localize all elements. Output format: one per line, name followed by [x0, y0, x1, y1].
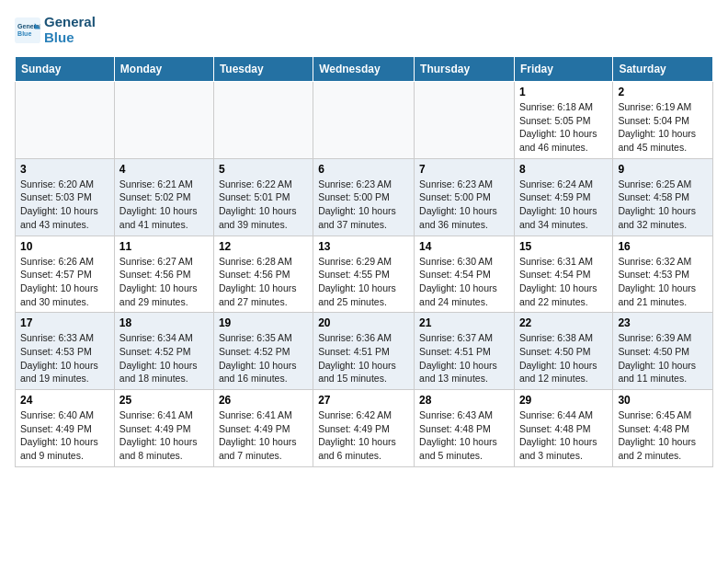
- day-number: 11: [119, 240, 209, 253]
- day-number: 9: [618, 163, 708, 176]
- calendar-table: SundayMondayTuesdayWednesdayThursdayFrid…: [15, 56, 713, 467]
- weekday-header-sunday: Sunday: [16, 57, 115, 82]
- logo-text: General Blue: [44, 15, 96, 45]
- calendar-cell: [313, 82, 415, 159]
- weekday-header-friday: Friday: [514, 57, 612, 82]
- calendar-cell: [16, 82, 115, 159]
- day-number: 29: [519, 394, 608, 407]
- day-number: 17: [20, 316, 109, 329]
- weekday-header-wednesday: Wednesday: [313, 57, 415, 82]
- day-number: 18: [119, 316, 209, 329]
- day-info: Sunrise: 6:45 AM Sunset: 4:48 PM Dayligh…: [618, 408, 708, 463]
- day-number: 15: [519, 240, 608, 253]
- calendar-cell: 9Sunrise: 6:25 AM Sunset: 4:58 PM Daylig…: [613, 158, 713, 236]
- day-number: 12: [219, 240, 308, 253]
- calendar-cell: 18Sunrise: 6:34 AM Sunset: 4:52 PM Dayli…: [114, 313, 213, 390]
- calendar-cell: 25Sunrise: 6:41 AM Sunset: 4:49 PM Dayli…: [114, 390, 213, 467]
- day-info: Sunrise: 6:37 AM Sunset: 4:51 PM Dayligh…: [419, 331, 509, 385]
- calendar-cell: 3Sunrise: 6:20 AM Sunset: 5:03 PM Daylig…: [16, 158, 115, 236]
- day-info: Sunrise: 6:42 AM Sunset: 4:49 PM Dayligh…: [318, 408, 409, 463]
- calendar-cell: 17Sunrise: 6:33 AM Sunset: 4:53 PM Dayli…: [16, 313, 115, 390]
- day-info: Sunrise: 6:25 AM Sunset: 4:58 PM Dayligh…: [618, 178, 708, 232]
- calendar-cell: 8Sunrise: 6:24 AM Sunset: 4:59 PM Daylig…: [514, 158, 612, 236]
- day-info: Sunrise: 6:32 AM Sunset: 4:53 PM Dayligh…: [618, 255, 708, 309]
- day-number: 20: [318, 316, 409, 329]
- day-number: 13: [318, 240, 409, 253]
- day-number: 30: [618, 394, 708, 407]
- calendar-cell: 23Sunrise: 6:39 AM Sunset: 4:50 PM Dayli…: [613, 313, 713, 390]
- day-number: 26: [219, 394, 308, 407]
- weekday-header-thursday: Thursday: [415, 57, 515, 82]
- calendar-cell: 12Sunrise: 6:28 AM Sunset: 4:56 PM Dayli…: [213, 236, 313, 313]
- day-number: 7: [419, 163, 509, 176]
- day-number: 14: [419, 240, 509, 253]
- calendar-cell: [213, 82, 313, 159]
- calendar-cell: 22Sunrise: 6:38 AM Sunset: 4:50 PM Dayli…: [514, 313, 612, 390]
- day-number: 24: [20, 394, 109, 407]
- calendar-cell: 21Sunrise: 6:37 AM Sunset: 4:51 PM Dayli…: [415, 313, 515, 390]
- day-info: Sunrise: 6:18 AM Sunset: 5:05 PM Dayligh…: [519, 100, 608, 155]
- day-number: 19: [219, 316, 308, 329]
- day-info: Sunrise: 6:43 AM Sunset: 4:48 PM Dayligh…: [419, 408, 509, 463]
- calendar-cell: 6Sunrise: 6:23 AM Sunset: 5:00 PM Daylig…: [313, 158, 415, 236]
- calendar-cell: 27Sunrise: 6:42 AM Sunset: 4:49 PM Dayli…: [313, 390, 415, 467]
- calendar-cell: 11Sunrise: 6:27 AM Sunset: 4:56 PM Dayli…: [114, 236, 213, 313]
- svg-text:Blue: Blue: [17, 30, 31, 37]
- calendar-cell: 13Sunrise: 6:29 AM Sunset: 4:55 PM Dayli…: [313, 236, 415, 313]
- calendar-cell: 19Sunrise: 6:35 AM Sunset: 4:52 PM Dayli…: [213, 313, 313, 390]
- day-number: 10: [20, 240, 109, 253]
- day-number: 25: [119, 394, 209, 407]
- day-number: 28: [419, 394, 509, 407]
- day-info: Sunrise: 6:31 AM Sunset: 4:54 PM Dayligh…: [519, 255, 608, 309]
- day-info: Sunrise: 6:24 AM Sunset: 4:59 PM Dayligh…: [519, 178, 608, 232]
- calendar-cell: 10Sunrise: 6:26 AM Sunset: 4:57 PM Dayli…: [16, 236, 115, 313]
- day-info: Sunrise: 6:26 AM Sunset: 4:57 PM Dayligh…: [20, 255, 109, 309]
- calendar-cell: 15Sunrise: 6:31 AM Sunset: 4:54 PM Dayli…: [514, 236, 612, 313]
- calendar-cell: 20Sunrise: 6:36 AM Sunset: 4:51 PM Dayli…: [313, 313, 415, 390]
- day-info: Sunrise: 6:23 AM Sunset: 5:00 PM Dayligh…: [318, 178, 409, 232]
- day-number: 8: [519, 163, 608, 176]
- day-info: Sunrise: 6:36 AM Sunset: 4:51 PM Dayligh…: [318, 331, 409, 385]
- day-info: Sunrise: 6:44 AM Sunset: 4:48 PM Dayligh…: [519, 408, 608, 463]
- day-info: Sunrise: 6:39 AM Sunset: 4:50 PM Dayligh…: [618, 331, 708, 385]
- weekday-header-saturday: Saturday: [613, 57, 713, 82]
- day-number: 4: [119, 163, 209, 176]
- day-number: 2: [618, 86, 708, 98]
- day-info: Sunrise: 6:33 AM Sunset: 4:53 PM Dayligh…: [20, 331, 109, 385]
- calendar-cell: 4Sunrise: 6:21 AM Sunset: 5:02 PM Daylig…: [114, 158, 213, 236]
- calendar-cell: 2Sunrise: 6:19 AM Sunset: 5:04 PM Daylig…: [613, 82, 713, 159]
- day-info: Sunrise: 6:23 AM Sunset: 5:00 PM Dayligh…: [419, 178, 509, 232]
- day-info: Sunrise: 6:19 AM Sunset: 5:04 PM Dayligh…: [618, 100, 708, 155]
- day-number: 21: [419, 316, 509, 329]
- day-info: Sunrise: 6:20 AM Sunset: 5:03 PM Dayligh…: [20, 178, 109, 232]
- day-number: 23: [618, 316, 708, 329]
- day-info: Sunrise: 6:41 AM Sunset: 4:49 PM Dayligh…: [219, 408, 308, 463]
- day-info: Sunrise: 6:28 AM Sunset: 4:56 PM Dayligh…: [219, 255, 308, 309]
- logo: General Blue General Blue: [15, 15, 96, 45]
- weekday-header-tuesday: Tuesday: [213, 57, 313, 82]
- calendar-cell: 29Sunrise: 6:44 AM Sunset: 4:48 PM Dayli…: [514, 390, 612, 467]
- calendar-cell: 7Sunrise: 6:23 AM Sunset: 5:00 PM Daylig…: [415, 158, 515, 236]
- day-number: 3: [20, 163, 109, 176]
- day-info: Sunrise: 6:35 AM Sunset: 4:52 PM Dayligh…: [219, 331, 308, 385]
- calendar-cell: [415, 82, 515, 159]
- day-info: Sunrise: 6:27 AM Sunset: 4:56 PM Dayligh…: [119, 255, 209, 309]
- calendar-cell: 5Sunrise: 6:22 AM Sunset: 5:01 PM Daylig…: [213, 158, 313, 236]
- day-info: Sunrise: 6:29 AM Sunset: 4:55 PM Dayligh…: [318, 255, 409, 309]
- day-info: Sunrise: 6:30 AM Sunset: 4:54 PM Dayligh…: [419, 255, 509, 309]
- calendar-cell: 14Sunrise: 6:30 AM Sunset: 4:54 PM Dayli…: [415, 236, 515, 313]
- calendar-cell: 28Sunrise: 6:43 AM Sunset: 4:48 PM Dayli…: [415, 390, 515, 467]
- day-number: 1: [519, 86, 608, 98]
- calendar-cell: 26Sunrise: 6:41 AM Sunset: 4:49 PM Dayli…: [213, 390, 313, 467]
- logo-icon: General Blue: [15, 17, 40, 43]
- day-number: 16: [618, 240, 708, 253]
- day-number: 27: [318, 394, 409, 407]
- weekday-header-monday: Monday: [114, 57, 213, 82]
- calendar-cell: 16Sunrise: 6:32 AM Sunset: 4:53 PM Dayli…: [613, 236, 713, 313]
- day-info: Sunrise: 6:41 AM Sunset: 4:49 PM Dayligh…: [119, 408, 209, 463]
- day-info: Sunrise: 6:38 AM Sunset: 4:50 PM Dayligh…: [519, 331, 608, 385]
- day-info: Sunrise: 6:40 AM Sunset: 4:49 PM Dayligh…: [20, 408, 109, 463]
- calendar-cell: 1Sunrise: 6:18 AM Sunset: 5:05 PM Daylig…: [514, 82, 612, 159]
- calendar-cell: 24Sunrise: 6:40 AM Sunset: 4:49 PM Dayli…: [16, 390, 115, 467]
- calendar-cell: 30Sunrise: 6:45 AM Sunset: 4:48 PM Dayli…: [613, 390, 713, 467]
